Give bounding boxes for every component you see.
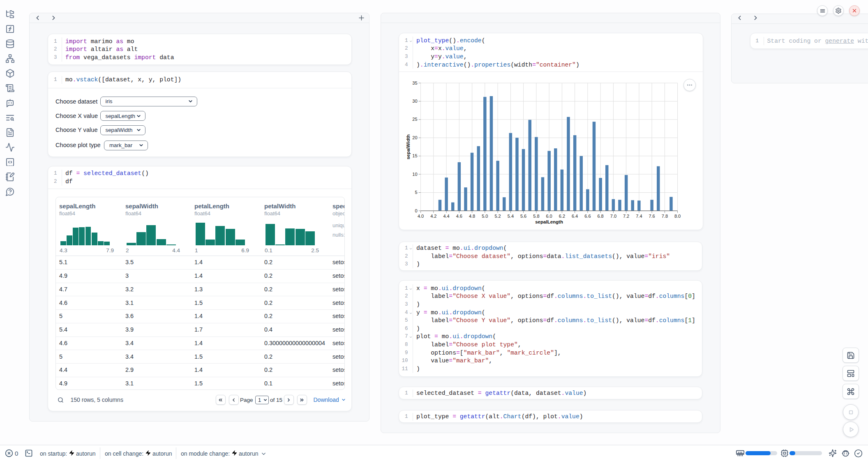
svg-text:4.0: 4.0 — [418, 213, 424, 218]
svg-text:30: 30 — [412, 98, 417, 103]
svg-text:4.8: 4.8 — [469, 213, 475, 218]
svg-text:25: 25 — [412, 117, 417, 122]
svg-text:7.4: 7.4 — [636, 213, 642, 218]
svg-text:7.6: 7.6 — [649, 213, 655, 218]
svg-text:10: 10 — [412, 171, 417, 176]
svg-text:6.8: 6.8 — [597, 213, 603, 218]
svg-text:5: 5 — [415, 190, 417, 195]
svg-text:4.2: 4.2 — [430, 213, 436, 218]
svg-text:7.0: 7.0 — [610, 213, 616, 218]
svg-text:sepalWidth: sepalWidth — [406, 134, 411, 159]
svg-text:7.8: 7.8 — [662, 213, 668, 218]
svg-text:sepalLength: sepalLength — [535, 219, 563, 224]
svg-text:5.2: 5.2 — [494, 213, 501, 218]
svg-text:4.4: 4.4 — [443, 213, 449, 218]
svg-text:6.0: 6.0 — [546, 213, 552, 218]
svg-text:6.2: 6.2 — [559, 213, 565, 218]
svg-text:4.6: 4.6 — [456, 213, 462, 218]
svg-text:0: 0 — [415, 208, 417, 213]
svg-text:15: 15 — [412, 153, 417, 158]
svg-text:7.2: 7.2 — [623, 213, 629, 218]
svg-text:5.6: 5.6 — [520, 213, 526, 218]
svg-text:6.4: 6.4 — [572, 213, 578, 218]
svg-text:20: 20 — [412, 135, 417, 140]
svg-text:5.8: 5.8 — [533, 213, 539, 218]
svg-text:5.0: 5.0 — [482, 213, 488, 218]
svg-text:35: 35 — [412, 80, 417, 85]
svg-text:6.6: 6.6 — [584, 213, 591, 218]
svg-text:5.4: 5.4 — [508, 213, 514, 218]
svg-text:8.0: 8.0 — [674, 213, 681, 218]
